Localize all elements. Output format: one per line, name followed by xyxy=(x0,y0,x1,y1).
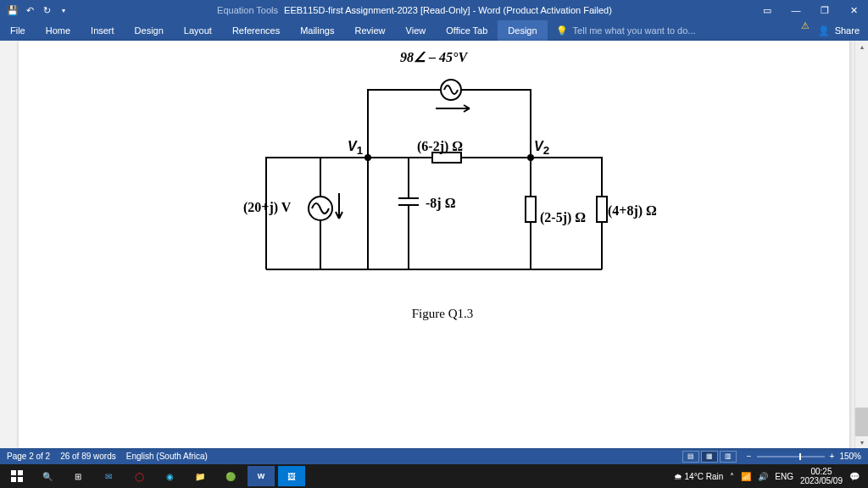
document-area: 98∠ – 45°V V1 V2 (6-2j) Ω (20+j) V -8j Ω… xyxy=(0,41,868,448)
redo-icon[interactable]: ↻ xyxy=(41,4,53,16)
tab-home[interactable]: Home xyxy=(36,20,81,41)
word-icon[interactable]: W xyxy=(248,466,275,486)
chrome-icon[interactable]: 🟢 xyxy=(217,466,244,486)
opera-icon[interactable]: ◯ xyxy=(125,466,153,486)
share-button[interactable]: 👤 Share xyxy=(810,20,868,41)
label-z-right: (4+8j) Ω xyxy=(608,203,657,219)
window-controls: ▭ — ❐ ✕ xyxy=(753,0,868,20)
tab-review[interactable]: Review xyxy=(345,20,396,41)
label-z-top: (6-2j) Ω xyxy=(417,139,463,154)
scroll-thumb-lower[interactable] xyxy=(855,408,868,436)
tab-insert[interactable]: Insert xyxy=(81,20,125,41)
tab-mailings[interactable]: Mailings xyxy=(290,20,344,41)
svg-rect-8 xyxy=(18,470,23,475)
label-v2: V2 xyxy=(534,139,549,157)
status-language[interactable]: English (South Africa) xyxy=(126,452,208,461)
label-z-mid: (2-5j) Ω xyxy=(540,210,586,225)
zoom-out-icon[interactable]: − xyxy=(747,452,752,461)
warning-icon: ⚠ xyxy=(801,20,810,41)
wifi-icon[interactable]: 📶 xyxy=(741,472,751,481)
volume-icon[interactable]: 🔊 xyxy=(758,472,768,481)
circuit-svg xyxy=(205,49,680,329)
tab-context-design[interactable]: Design xyxy=(498,20,547,41)
tray-language[interactable]: ENG xyxy=(775,472,793,481)
scroll-up-icon[interactable]: ▴ xyxy=(855,41,868,53)
label-v1: V1 xyxy=(348,139,363,157)
window-title: Equation Tools EEB115D-first Assignment-… xyxy=(76,5,753,15)
tab-references[interactable]: References xyxy=(222,20,290,41)
file-explorer-icon[interactable]: 📁 xyxy=(186,466,214,486)
quick-access-toolbar: 💾 ↶ ↻ ▾ xyxy=(0,4,76,16)
minimize-button[interactable]: — xyxy=(782,0,810,20)
zoom-in-icon[interactable]: + xyxy=(830,452,835,461)
read-mode-icon[interactable]: ▤ xyxy=(682,451,699,463)
figure-caption: Figure Q1.3 xyxy=(205,307,680,321)
maximize-button[interactable]: ❐ xyxy=(810,0,839,20)
zoom-level[interactable]: 150% xyxy=(839,452,861,461)
tell-me-box[interactable]: 💡 Tell me what you want to do... xyxy=(548,20,801,41)
ribbon-tabs: File Home Insert Design Layout Reference… xyxy=(0,20,868,41)
task-view-icon[interactable]: ⊞ xyxy=(64,466,92,486)
web-layout-icon[interactable]: ▥ xyxy=(720,451,737,463)
lightbulb-icon: 💡 xyxy=(556,25,568,36)
tab-file[interactable]: File xyxy=(0,20,36,41)
ribbon-display-icon[interactable]: ▭ xyxy=(753,0,782,20)
clock[interactable]: 00:25 2023/05/09 xyxy=(800,467,843,485)
qat-customize-icon[interactable]: ▾ xyxy=(58,4,70,16)
edge-icon[interactable]: ◉ xyxy=(156,466,183,486)
print-layout-icon[interactable]: ▦ xyxy=(701,451,718,463)
tab-layout[interactable]: Layout xyxy=(174,20,222,41)
view-buttons: ▤ ▦ ▥ xyxy=(682,451,737,463)
svg-rect-9 xyxy=(11,477,16,482)
scroll-down-icon[interactable]: ▾ xyxy=(855,436,868,448)
svg-rect-10 xyxy=(18,477,23,482)
circuit-figure: 98∠ – 45°V V1 V2 (6-2j) Ω (20+j) V -8j Ω… xyxy=(205,49,680,329)
tab-office[interactable]: Office Tab xyxy=(436,20,498,41)
tab-view[interactable]: View xyxy=(396,20,437,41)
zoom-control: − + 150% xyxy=(747,452,861,461)
document-page[interactable]: 98∠ – 45°V V1 V2 (6-2j) Ω (20+j) V -8j Ω… xyxy=(19,41,849,448)
mail-icon[interactable]: ✉ xyxy=(95,466,122,486)
weather-widget[interactable]: 🌧 14°C Rain xyxy=(674,472,723,481)
undo-icon[interactable]: ↶ xyxy=(24,4,36,16)
title-bar: 💾 ↶ ↻ ▾ Equation Tools EEB115D-first Ass… xyxy=(0,0,868,20)
svg-rect-6 xyxy=(597,197,607,222)
close-button[interactable]: ✕ xyxy=(839,0,868,20)
status-page[interactable]: Page 2 of 2 xyxy=(7,452,50,461)
search-icon[interactable]: 🔍 xyxy=(34,466,61,486)
svg-rect-7 xyxy=(11,470,16,475)
share-icon: 👤 xyxy=(818,25,830,36)
start-button[interactable] xyxy=(3,466,31,486)
status-words[interactable]: 26 of 89 words xyxy=(60,452,116,461)
label-z-cap: -8j Ω xyxy=(426,196,455,211)
notifications-icon[interactable]: 💬 xyxy=(849,472,860,481)
windows-taskbar: 🔍 ⊞ ✉ ◯ ◉ 📁 🟢 W 🖼 🌧 14°C Rain ˄ 📶 🔊 ENG … xyxy=(0,464,868,488)
label-src-left: (20+j) V xyxy=(243,200,291,215)
tab-design[interactable]: Design xyxy=(125,20,174,41)
system-tray: 🌧 14°C Rain ˄ 📶 🔊 ENG 00:25 2023/05/09 💬 xyxy=(674,467,865,485)
zoom-slider[interactable] xyxy=(757,456,825,458)
status-bar: Page 2 of 2 26 of 89 words English (Sout… xyxy=(0,448,868,464)
vertical-scrollbar[interactable]: ▴ ▾ xyxy=(854,41,868,448)
save-icon[interactable]: 💾 xyxy=(7,4,19,16)
scroll-thumb[interactable] xyxy=(855,53,868,81)
svg-rect-5 xyxy=(526,197,536,222)
tray-chevron-icon[interactable]: ˄ xyxy=(730,472,734,481)
photos-icon[interactable]: 🖼 xyxy=(278,466,305,486)
label-top-source: 98∠ – 45°V xyxy=(400,49,467,65)
ruler-margin xyxy=(0,41,19,448)
